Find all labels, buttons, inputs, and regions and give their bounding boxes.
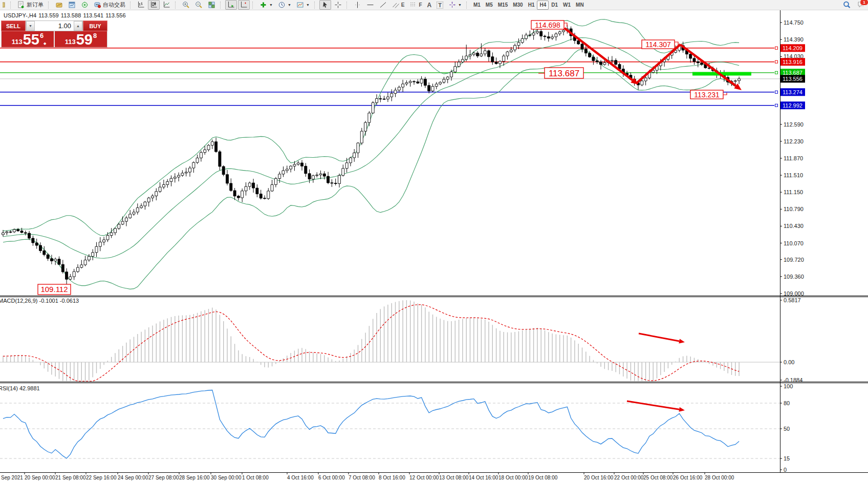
trend-arrow-line[interactable] (627, 401, 679, 409)
trendline-button[interactable] (377, 0, 389, 10)
time-axis-label: 28 Sep 16:00 (179, 475, 210, 480)
level-line-handle[interactable] (775, 91, 778, 93)
chart-canvas[interactable]: 114.750114.390114.030112.590112.230111.8… (0, 0, 868, 481)
horizontal-line-button[interactable] (364, 0, 376, 10)
price-axis-label: 109.360 (784, 274, 804, 280)
indicators-button[interactable]: ▼ (257, 0, 275, 10)
notifications-button[interactable]: 1 (857, 1, 865, 9)
level-line-handle[interactable] (775, 47, 778, 49)
timeframe-button-m15[interactable]: M15 (495, 1, 510, 10)
zoom-in-button[interactable] (180, 0, 192, 10)
zoom-out-button[interactable] (193, 0, 205, 10)
timeframe-button-h4[interactable]: H4 (537, 1, 549, 10)
timeframe-button-w1[interactable]: W1 (560, 1, 573, 10)
bollinger-middle-band (3, 37, 739, 258)
new-order-label: 新订单 (27, 1, 44, 9)
text-tool-letter: A (427, 2, 432, 9)
chevron-down-icon: ▼ (458, 3, 462, 7)
auto-trading-button[interactable]: 自动交易 (92, 0, 127, 10)
level-line-handle[interactable] (775, 60, 778, 63)
fibonacci-button[interactable]: F (407, 0, 424, 10)
cursor-button[interactable] (319, 0, 331, 10)
equidistant-channel-button[interactable]: E (390, 0, 407, 10)
one-click-trading-panel: SELL ▼ ▲ BUY 113556 113598 ◆ (1, 20, 107, 48)
time-axis-label: 22 Oct 00:00 (614, 475, 644, 480)
ohlc-low: 113.541 (83, 12, 103, 18)
bar-chart-button[interactable] (135, 0, 147, 10)
market-watch-button[interactable] (79, 0, 91, 10)
rsi-indicator-label: RSI(14) 42.9881 (0, 385, 40, 391)
timeframe-button-d1[interactable]: D1 (549, 1, 560, 10)
timeframe-button-m30[interactable]: M30 (510, 1, 525, 10)
price-badge-text: 112.992 (783, 102, 802, 109)
search-icon[interactable] (841, 0, 853, 10)
timeframe-button-m5[interactable]: M5 (483, 1, 495, 10)
level-line-handle[interactable] (775, 104, 778, 107)
trend-arrows[interactable] (565, 28, 742, 412)
time-axis-label: 1 Oct 08:00 (242, 475, 269, 480)
ohlc-high: 113.588 (61, 12, 81, 18)
trend-arrow-head (679, 407, 685, 412)
macd-axis-label: 0.5817 (784, 297, 801, 303)
volume-decrease-button[interactable]: ▼ (26, 21, 35, 31)
arrows-tool-button[interactable]: ▼ (446, 0, 464, 10)
trend-arrow-line[interactable] (639, 333, 679, 341)
time-axis-label: 27 Sep 08:00 (148, 475, 179, 480)
trend-arrow-line[interactable] (636, 45, 680, 83)
buy-price[interactable]: 113598 (55, 31, 107, 47)
label-tool-button[interactable]: T (435, 0, 445, 10)
horizontal-level-lines[interactable] (0, 47, 780, 107)
price-axis-label: 111.150 (784, 189, 803, 195)
profiles-button[interactable] (66, 0, 78, 10)
vertical-line-button[interactable] (352, 0, 363, 10)
text-tool-button[interactable]: A (425, 0, 434, 10)
price-axis-label: 109.720 (784, 257, 804, 263)
crosshair-button[interactable] (332, 0, 344, 10)
time-axis-label: 26 Oct 16:00 (673, 475, 703, 480)
volume-increase-button[interactable]: ▲ (74, 21, 82, 31)
toolbar-separator (314, 2, 317, 9)
time-axis-label: 8 Oct 16:00 (379, 475, 405, 480)
templates-button[interactable]: ▼ (294, 0, 312, 10)
trend-arrow-line[interactable] (680, 45, 736, 86)
candlestick-chart-button[interactable] (148, 0, 160, 10)
bid-ask-display: 113556 113598 ◆ (1, 31, 107, 48)
timeframe-button-h1[interactable]: H1 (526, 1, 537, 10)
time-axis-label: 25 Oct 08:00 (643, 475, 673, 480)
time-axis-label: 6 Oct 00:00 (318, 475, 345, 480)
tile-windows-button[interactable] (206, 0, 218, 10)
callout-text: 109.112 (40, 285, 68, 294)
main-toolbar: 新订单自动交易▼▼▼EFAT▼M1M5M15M30H1H4D1W1MN1 (0, 0, 868, 10)
bollinger-lower-band (3, 49, 739, 289)
price-axis-label: 110.430 (784, 223, 804, 229)
time-axis-label: 30 Sep 00:00 (211, 475, 242, 480)
toolbar-separator (466, 2, 469, 9)
toolbar-separator (48, 2, 51, 9)
ohlc-close: 113.556 (105, 12, 126, 18)
auto-trading-label: 自动交易 (103, 1, 125, 9)
periods-button[interactable]: ▼ (276, 0, 293, 10)
auto-scroll-button[interactable] (225, 0, 237, 10)
time-axis-label: 13 Oct 08:00 (439, 475, 469, 480)
callout-text: 114.307 (645, 40, 671, 49)
chart-shift-button[interactable] (238, 0, 250, 10)
toolbar-separator (130, 2, 133, 9)
volume-input[interactable] (35, 21, 74, 31)
bullish-candles (2, 29, 741, 279)
level-line-handle[interactable] (775, 71, 778, 74)
time-axis-label: 12 Oct 00:00 (409, 475, 439, 480)
new-chart-button[interactable] (53, 0, 65, 10)
timeframe-button-mn[interactable]: MN (573, 1, 587, 10)
time-axis-label: 22 Sep 16:00 (86, 475, 117, 480)
price-axis-label: 111.510 (784, 172, 803, 178)
time-axis-label: 21 Sep 08:00 (55, 475, 86, 480)
line-chart-button[interactable] (161, 0, 172, 10)
price-badge-text: 113.916 (783, 59, 802, 65)
buy-button[interactable]: BUY (83, 20, 107, 31)
timeframe-button-m1[interactable]: M1 (471, 1, 483, 10)
toolbar-separator (252, 2, 255, 9)
new-order-button[interactable]: 新订单 (15, 0, 46, 10)
price-badge-text: 113.274 (783, 89, 802, 95)
sell-button[interactable]: SELL (1, 20, 26, 31)
price-badge-text: 113.687 (783, 70, 802, 76)
